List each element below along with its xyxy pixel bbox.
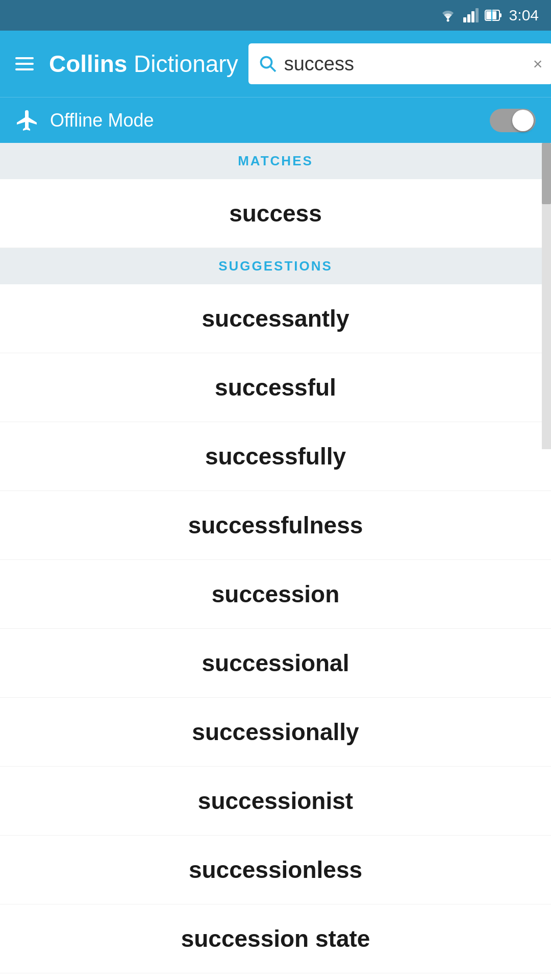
word-text: successful [215,374,336,401]
word-text: successfulness [188,512,363,538]
list-item[interactable]: successantly [0,284,551,353]
wifi-icon [439,8,457,22]
list-item[interactable]: successfulness [0,491,551,560]
search-input[interactable] [284,53,526,75]
list-item[interactable]: successive [0,973,551,980]
offline-bar: Offline Mode [0,97,551,143]
word-text: successionist [198,788,353,814]
word-text: succession state [181,925,370,952]
word-text: succession [212,581,340,607]
list-item[interactable]: succession state [0,904,551,973]
matches-label: MATCHES [238,153,313,168]
svg-point-0 [446,19,449,22]
suggestions-list: successantlysuccessfulsuccessfullysucces… [0,284,551,980]
scroll-track [542,143,551,449]
word-text: success [229,200,322,227]
svg-line-10 [270,66,276,71]
clear-button[interactable]: × [533,55,543,74]
airplane-icon [15,108,40,133]
search-bar[interactable]: × [248,43,551,84]
word-text: successantly [202,305,349,332]
search-icon [259,55,277,73]
svg-rect-7 [499,13,502,17]
list-item[interactable]: successional [0,629,551,698]
signal-icon [463,8,479,22]
scroll-thumb[interactable] [542,143,551,204]
svg-rect-2 [467,14,470,22]
list-item[interactable]: successionist [0,767,551,836]
status-time: 3:04 [509,7,539,24]
svg-rect-4 [475,8,479,22]
list-item[interactable]: successionally [0,698,551,767]
battery-icon [485,8,503,22]
word-text: successionally [192,719,359,745]
matches-header: MATCHES [0,143,551,179]
matches-list: success [0,179,551,248]
list-item[interactable]: successfully [0,422,551,491]
suggestions-header: SUGGESTIONS [0,248,551,284]
status-icons: 3:04 [439,7,539,24]
list-item[interactable]: successful [0,353,551,422]
word-text: successionless [189,856,362,883]
svg-rect-1 [463,17,466,22]
app-title: Collins Dictionary [49,50,238,78]
word-text: successfully [205,443,346,470]
list-item[interactable]: successionless [0,836,551,904]
app-bar: Collins Dictionary × [0,31,551,97]
toggle-knob [512,110,534,131]
status-bar: 3:04 [0,0,551,31]
svg-rect-3 [471,11,474,22]
menu-button[interactable] [10,52,39,76]
offline-label: Offline Mode [50,110,490,131]
list-item[interactable]: success [0,179,551,248]
word-text: successional [202,650,349,676]
svg-point-9 [261,57,271,68]
suggestions-label: SUGGESTIONS [218,258,333,274]
list-item[interactable]: succession [0,560,551,629]
offline-toggle[interactable] [490,109,536,132]
